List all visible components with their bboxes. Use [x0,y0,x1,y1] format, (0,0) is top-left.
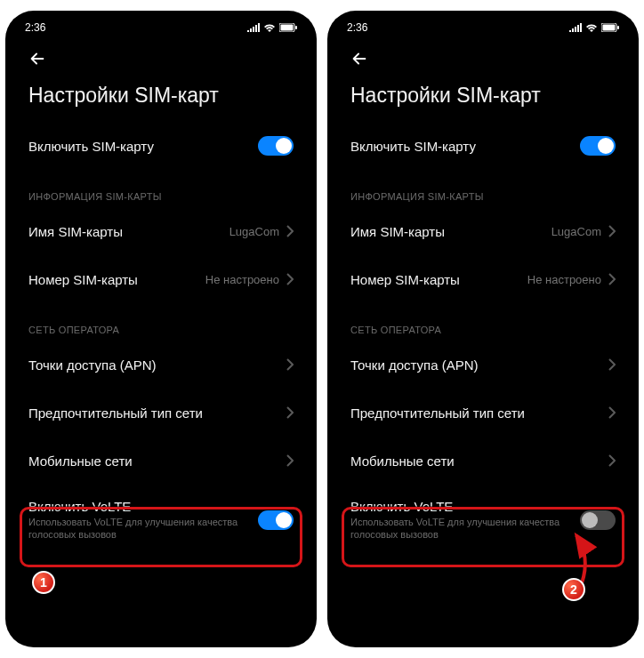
row-sim-number[interactable]: Номер SIM-карты Не настроено [333,255,633,303]
row-label: Включить SIM-карту [350,139,580,154]
section-sim-info: ИНФОРМАЦИЯ SIM-КАРТЫ [11,170,311,207]
wifi-icon [585,23,598,32]
chevron-right-icon [608,406,616,419]
page-title: Настройки SIM-карт [333,78,633,122]
row-label: Имя SIM-карты [350,224,551,239]
row-subtitle: Использовать VoLTE для улучшения качеств… [350,516,580,542]
chevron-right-icon [286,454,294,467]
nav-bar [333,39,633,78]
row-sim-name[interactable]: Имя SIM-карты LugaCom [333,207,633,255]
chevron-right-icon [608,273,616,285]
row-label: Имя SIM-карты [28,224,229,239]
row-value: LugaCom [551,225,601,238]
row-label: Номер SIM-карты [28,272,205,287]
chevron-right-icon [608,454,616,467]
row-enable-sim[interactable]: Включить SIM-карту [333,122,633,170]
status-bar: 2:36 [333,16,633,39]
svg-rect-2 [295,26,297,29]
row-subtitle: Использовать VoLTE для улучшения качеств… [28,516,258,542]
phone-frame: 2:36 Настройки SIM-карт Включить SIM-кар… [327,11,639,647]
row-mobile-networks[interactable]: Мобильные сети [333,437,633,485]
row-label: Предпочтительный тип сети [28,405,286,421]
toggle-enable-sim[interactable] [258,136,294,156]
row-volte[interactable]: Включить VoLTE Использовать VoLTE для ул… [333,485,633,556]
row-apn[interactable]: Точки доступа (APN) [333,341,633,389]
toggle-enable-sim[interactable] [580,136,616,156]
status-icons [247,23,297,32]
arrow-left-icon [350,49,369,68]
row-volte[interactable]: Включить VoLTE Использовать VoLTE для ул… [11,485,311,556]
row-sim-number[interactable]: Номер SIM-карты Не настроено [11,255,311,303]
status-icons [569,23,619,32]
settings-list: Включить SIM-карту ИНФОРМАЦИЯ SIM-КАРТЫ … [11,122,311,642]
back-button[interactable] [343,43,375,75]
section-operator-net: СЕТЬ ОПЕРАТОРА [11,303,311,341]
row-label: Включить SIM-карту [28,139,258,154]
row-pref-network[interactable]: Предпочтительный тип сети [11,389,311,437]
row-label: Включить VoLTE [350,499,580,514]
page-title: Настройки SIM-карт [11,78,311,122]
row-value: LugaCom [229,225,279,238]
chevron-right-icon [608,358,616,371]
status-time: 2:36 [25,21,45,34]
section-operator-net: СЕТЬ ОПЕРАТОРА [333,303,633,341]
row-label: Предпочтительный тип сети [350,405,608,421]
row-value: Не настроено [205,273,279,286]
row-value: Не настроено [527,273,601,286]
chevron-right-icon [608,225,616,237]
signal-icon [247,23,260,32]
signal-icon [569,23,582,32]
svg-rect-1 [281,25,294,31]
toggle-volte[interactable] [258,510,294,530]
svg-rect-4 [603,25,616,31]
row-label: Мобильные сети [350,453,608,469]
row-enable-sim[interactable]: Включить SIM-карту [11,122,311,170]
chevron-right-icon [286,225,294,237]
status-time: 2:36 [347,21,367,34]
row-label: Точки доступа (APN) [350,357,608,373]
arrow-left-icon [28,49,47,68]
row-label: Точки доступа (APN) [28,357,286,373]
screen-right: 2:36 Настройки SIM-карт Включить SIM-кар… [333,16,633,642]
back-button[interactable] [21,43,53,75]
row-apn[interactable]: Точки доступа (APN) [11,341,311,389]
svg-rect-5 [617,26,619,29]
row-label: Включить VoLTE [28,499,258,514]
nav-bar [11,39,311,78]
battery-icon [601,23,619,32]
battery-icon [279,23,297,32]
row-label: Мобильные сети [28,453,286,469]
chevron-right-icon [286,406,294,419]
toggle-volte[interactable] [580,510,616,530]
chevron-right-icon [286,273,294,285]
row-mobile-networks[interactable]: Мобильные сети [11,437,311,485]
section-sim-info: ИНФОРМАЦИЯ SIM-КАРТЫ [333,170,633,207]
wifi-icon [263,23,276,32]
row-pref-network[interactable]: Предпочтительный тип сети [333,389,633,437]
row-label: Номер SIM-карты [350,272,527,287]
status-bar: 2:36 [11,16,311,39]
row-sim-name[interactable]: Имя SIM-карты LugaCom [11,207,311,255]
settings-list: Включить SIM-карту ИНФОРМАЦИЯ SIM-КАРТЫ … [333,122,633,642]
screen-left: 2:36 Настройки SIM-карт Включить SIM-кар… [11,16,311,642]
chevron-right-icon [286,358,294,371]
phone-frame: 2:36 Настройки SIM-карт Включить SIM-кар… [5,11,317,647]
